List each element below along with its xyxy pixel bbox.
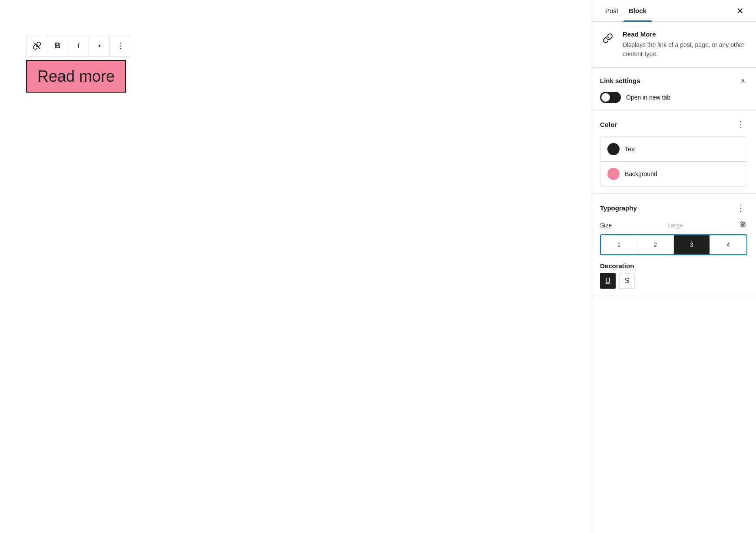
block-icon-wrap (600, 30, 616, 46)
color-panel: Text Background (600, 137, 747, 187)
decoration-title: Decoration (600, 262, 747, 270)
kebab-menu-button[interactable]: ⋮ (110, 35, 131, 56)
text-color-row[interactable]: Text (600, 137, 747, 161)
toggle-track (600, 92, 621, 103)
sidebar-tabs: Post Block ✕ (591, 0, 756, 22)
font-size-1-button[interactable]: 1 (601, 235, 637, 254)
font-size-3-button[interactable]: 3 (674, 235, 710, 254)
font-size-4-button[interactable]: 4 (710, 235, 746, 254)
open-new-tab-row: Open in new tab (600, 92, 747, 103)
sliders-icon (739, 220, 747, 229)
strikethrough-button[interactable]: S (619, 273, 635, 289)
bold-button[interactable]: B (47, 35, 68, 56)
read-more-text: Read more (37, 67, 115, 85)
more-options-button[interactable]: ▾ (89, 35, 110, 56)
link-settings-title: Link settings (600, 77, 640, 84)
text-color-label: Text (625, 146, 636, 153)
tab-post[interactable]: Post (600, 0, 623, 21)
color-section: Color ⋮ Text Background (591, 110, 756, 194)
underline-label: U (605, 277, 610, 285)
text-color-swatch (607, 143, 620, 155)
link-settings-section: Link settings ∧ Open in new tab (591, 68, 756, 110)
block-info: Read More Displays the link of a post, p… (591, 22, 756, 68)
svg-point-6 (742, 225, 743, 227)
bold-label: B (55, 41, 60, 50)
strikethrough-label: S (625, 277, 630, 285)
svg-line-0 (34, 43, 40, 48)
block-wrapper: B I ▾ ⋮ Read more (26, 35, 131, 93)
toggle-thumb (601, 93, 610, 102)
read-more-block[interactable]: Read more (26, 60, 126, 93)
open-new-tab-toggle[interactable] (600, 92, 621, 103)
decoration-row: U S (600, 273, 747, 289)
italic-button[interactable]: I (68, 35, 89, 56)
open-new-tab-label: Open in new tab (626, 94, 670, 101)
svg-point-4 (741, 222, 743, 223)
more-label: ⋮ (116, 41, 125, 50)
font-size-2-button[interactable]: 2 (637, 235, 674, 254)
color-section-title: Color (600, 121, 617, 128)
size-adjust-button[interactable] (739, 220, 747, 230)
size-row: Size Large (600, 220, 747, 230)
link-settings-toggle[interactable]: ∧ (739, 75, 747, 87)
color-section-more[interactable]: ⋮ (735, 117, 747, 131)
block-info-title: Read More (623, 30, 747, 38)
link-settings-header: Link settings ∧ (600, 75, 747, 87)
typography-section-header: Typography ⋮ (600, 201, 747, 215)
background-color-row[interactable]: Background (600, 161, 747, 186)
font-size-grid: 1 2 3 4 (600, 234, 747, 255)
link-button[interactable] (27, 35, 47, 56)
read-more-icon (603, 33, 613, 43)
italic-label: I (77, 41, 80, 50)
size-label: Size (600, 222, 612, 229)
background-color-swatch (607, 168, 620, 180)
typography-section-more[interactable]: ⋮ (735, 201, 747, 215)
close-sidebar-button[interactable]: ✕ (733, 2, 747, 20)
tab-block[interactable]: Block (623, 0, 652, 21)
block-info-description: Displays the link of a post, page, or an… (623, 40, 747, 59)
typography-section: Typography ⋮ Size Large 1 2 3 4 (591, 194, 756, 296)
typography-section-title: Typography (600, 204, 637, 212)
link-icon (33, 41, 41, 50)
sidebar: Post Block ✕ Read More Displays the link… (591, 0, 756, 533)
svg-point-5 (743, 223, 745, 225)
editor-area: B I ▾ ⋮ Read more (0, 0, 591, 533)
block-toolbar: B I ▾ ⋮ (26, 35, 131, 57)
size-value: Large (667, 222, 683, 229)
underline-button[interactable]: U (600, 273, 616, 289)
chevron-label: ▾ (98, 43, 101, 49)
block-info-text: Read More Displays the link of a post, p… (623, 30, 747, 59)
background-color-label: Background (625, 170, 657, 177)
color-section-header: Color ⋮ (600, 117, 747, 131)
